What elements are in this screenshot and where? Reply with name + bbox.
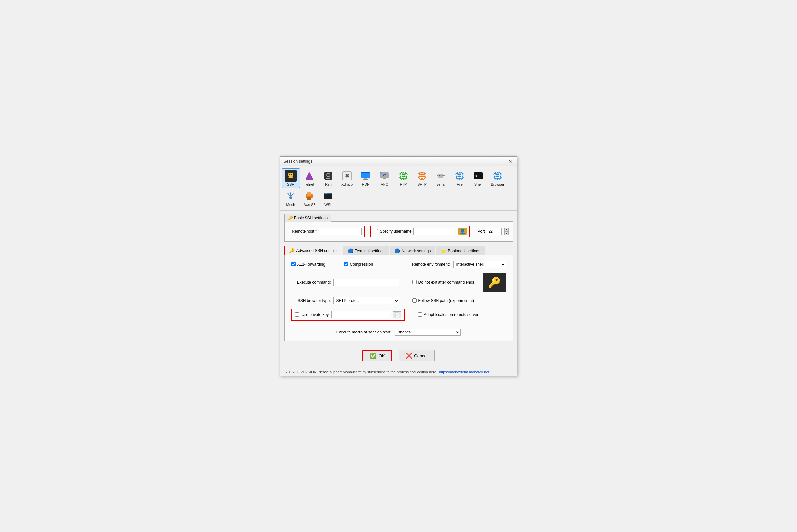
svg-point-45 [290, 192, 291, 193]
tab-advanced-ssh[interactable]: 🔑 Advanced SSH settings [284, 246, 342, 255]
private-key-input[interactable] [331, 311, 391, 318]
terminal-tab-icon: 🔵 [348, 248, 353, 253]
protocol-browser[interactable]: Browser [488, 168, 507, 188]
cancel-label: Cancel [414, 353, 427, 358]
ok-button[interactable]: ✅ OK [362, 350, 392, 361]
do-not-exit-checkbox[interactable] [413, 280, 417, 284]
execute-row: Execute command: [291, 279, 399, 286]
protocol-file-label: File [457, 183, 462, 186]
settings-row-1: X11-Forwarding Compression Remote enviro… [291, 261, 506, 268]
settings-row-4: Use private key 📄 Adapt locales on remot… [291, 309, 506, 321]
do-not-exit-label[interactable]: Do not exit after command ends [413, 280, 474, 285]
tab-bookmark[interactable]: ⭐ Bookmark settings [436, 246, 485, 255]
specify-username-checkbox[interactable] [374, 229, 378, 233]
dialog-title: Session settings [284, 159, 312, 164]
svg-rect-11 [363, 179, 368, 180]
specify-username-label: Specify username [380, 229, 412, 234]
svg-point-52 [325, 193, 326, 194]
browser-type-label: SSH-browser type: [291, 298, 331, 303]
protocol-telnet[interactable]: Telnet [301, 168, 319, 188]
svg-rect-49 [307, 197, 311, 200]
use-private-key-label: Use private key [302, 312, 329, 317]
footer-link[interactable]: https://mobaxterm.mobatek.net [439, 370, 489, 374]
svg-point-54 [327, 193, 328, 194]
wsl-icon [322, 190, 334, 202]
svg-rect-48 [307, 192, 311, 195]
protocol-vnc[interactable]: VcV VNC [376, 168, 394, 188]
protocol-ssh[interactable]: SSH [282, 168, 300, 188]
follow-ssh-label[interactable]: Follow SSH path (experimental) [413, 298, 474, 303]
protocol-wsl[interactable]: WSL [319, 189, 338, 208]
remote-env-label: Remote environment: [412, 262, 450, 267]
username-input[interactable] [414, 228, 456, 235]
private-key-browse-button[interactable]: 📄 [393, 311, 401, 318]
ftp-icon [397, 170, 409, 182]
macro-row: Execute macro at session start: <none> [291, 328, 506, 336]
svg-text:>_: >_ [475, 174, 480, 178]
browser-type-row: SSH-browser type: SFTP protocol SCP prot… [291, 297, 399, 304]
use-private-key-checkbox[interactable] [295, 312, 299, 317]
svg-point-43 [287, 193, 289, 194]
compression-label[interactable]: Compression [344, 262, 390, 267]
ok-label: OK [379, 353, 385, 358]
svg-point-0 [289, 174, 290, 175]
adapt-locales-checkbox[interactable] [418, 312, 422, 317]
port-up-button[interactable]: ▲ [504, 228, 509, 231]
svg-point-27 [439, 175, 440, 176]
adapt-locales-label[interactable]: Adapt locales on remote server [418, 312, 478, 317]
svg-line-40 [288, 194, 291, 196]
remote-host-box: Remote host * [289, 226, 365, 238]
protocol-bar: SSH Telnet Rsh ✖ Xdmcp RDP [281, 166, 517, 211]
svg-line-41 [291, 194, 293, 196]
protocol-xdmcp[interactable]: ✖ Xdmcp [338, 168, 356, 188]
macro-select[interactable]: <none> [395, 328, 460, 336]
x11-forwarding-checkbox[interactable] [291, 262, 296, 266]
tab-terminal-label: Terminal settings [355, 249, 384, 253]
port-spinner: ▲ ▼ [504, 228, 509, 235]
ssh-icon [285, 170, 297, 182]
protocol-shell[interactable]: >_ Shell [470, 168, 488, 188]
svg-text:V: V [380, 172, 382, 174]
svg-point-53 [326, 193, 327, 194]
private-key-box: Use private key 📄 [291, 309, 405, 321]
protocol-awss3[interactable]: Aws S3 [301, 189, 319, 208]
protocol-browser-label: Browser [491, 183, 504, 186]
compression-checkbox[interactable] [344, 262, 348, 266]
sftp-icon [416, 170, 428, 182]
settings-row-3: SSH-browser type: SFTP protocol SCP prot… [291, 297, 506, 304]
follow-ssh-checkbox[interactable] [413, 298, 417, 303]
port-label: Port [478, 229, 485, 234]
execute-command-label: Execute command: [291, 280, 331, 285]
advanced-ssh-tab-icon: 🔑 [289, 248, 295, 253]
file-icon [454, 170, 466, 182]
protocol-ftp[interactable]: FTP [394, 168, 413, 188]
tab-terminal[interactable]: 🔵 Terminal settings [343, 246, 389, 255]
protocol-serial[interactable]: Serial [432, 168, 450, 188]
rsh-icon [322, 170, 334, 182]
settings-row-2: Execute command: Do not exit after comma… [291, 272, 506, 292]
browser-type-select[interactable]: SFTP protocol SCP protocol None [334, 297, 399, 304]
protocol-file[interactable]: File [451, 168, 469, 188]
right-checks: Do not exit after command ends [413, 280, 474, 285]
remote-host-input[interactable] [319, 228, 362, 235]
close-button[interactable]: ✕ [507, 159, 514, 164]
port-input[interactable]: 22 [487, 228, 502, 235]
protocol-rdp[interactable]: RDP [357, 168, 375, 188]
execute-command-input[interactable] [334, 279, 399, 286]
protocol-wsl-label: WSL [324, 203, 332, 207]
protocol-sftp[interactable]: SFTP [413, 168, 431, 188]
telnet-icon [304, 170, 316, 182]
cancel-button[interactable]: ❌ Cancel [399, 350, 434, 361]
protocol-mosh[interactable]: Mosh [282, 189, 300, 208]
tab-network[interactable]: 🔵 Network settings [390, 246, 436, 255]
session-settings-dialog: Session settings ✕ SSH Telnet Rsh ✖ [280, 156, 517, 376]
tab-network-label: Network settings [402, 249, 431, 253]
basic-row: Remote host * Specify username 👤 Port 22 [289, 226, 509, 238]
macro-label: Execute macro at session start: [337, 330, 392, 335]
remote-env-select[interactable]: Interactive shell None Bash Zsh [453, 261, 506, 268]
svg-text:✖: ✖ [345, 173, 349, 179]
port-down-button[interactable]: ▼ [504, 231, 509, 235]
protocol-rsh[interactable]: Rsh [319, 168, 338, 188]
tab-bookmark-label: Bookmark settings [448, 249, 480, 253]
x11-forwarding-label[interactable]: X11-Forwarding [291, 262, 338, 267]
